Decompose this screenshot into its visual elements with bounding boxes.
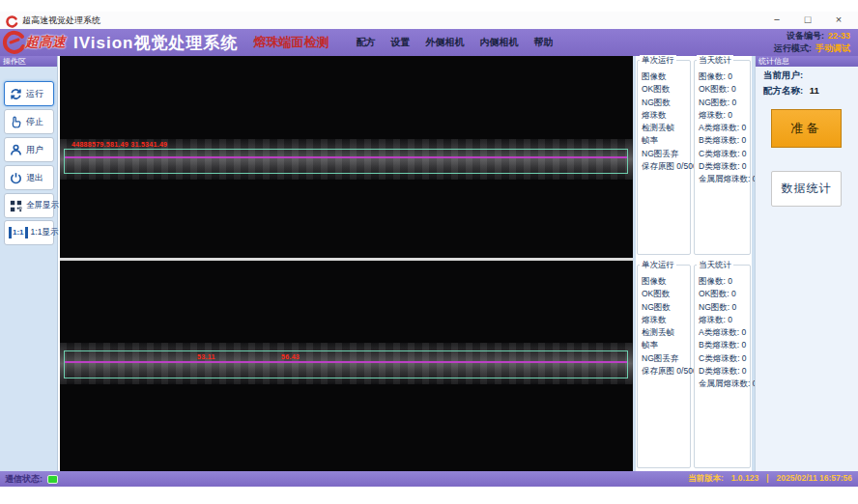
maximize-button[interactable]: □ [794, 13, 821, 28]
one-to-one-button-label: 1:1显示 [31, 227, 59, 238]
stat-row: 金属屑熔珠数: 0 [699, 378, 748, 390]
run-button[interactable]: 运行 [4, 81, 54, 106]
close-button[interactable]: × [825, 13, 852, 28]
sidebar: 操作区 运行 停止 用户 退出 [0, 56, 58, 471]
stat-row: NG图数: 0 [699, 301, 748, 314]
stat-row: 检测丢帧 [642, 122, 688, 134]
detection-roi-top [64, 149, 628, 174]
sidebar-caption: 操作区 [0, 56, 57, 67]
run-mode-label: 运行模式: [774, 42, 812, 55]
stat-row: OK图数 [642, 83, 688, 96]
run-mode-value: 手动调试 [815, 42, 850, 55]
stat-row: C类熔珠数: 0 [699, 352, 748, 365]
one-to-one-button[interactable]: 1:1 1:1显示 [4, 220, 54, 245]
device-number-label: 设备编号: [786, 30, 824, 42]
brand-logo-text: 超高速 [25, 34, 66, 51]
stats-panel-top: 单次运行 图像数 OK图数 NG图数 熔珠数 检测丢帧 帧率 NG图丢弃 保存原… [636, 56, 752, 258]
seam-trace-line-top [65, 156, 627, 158]
stat-row: D类熔珠数: 0 [699, 365, 748, 378]
data-statistics-button[interactable]: 数据统计 [771, 171, 842, 207]
stat-row: 熔珠数 [642, 109, 688, 122]
fullscreen-button[interactable]: 全屏显示 [4, 193, 54, 218]
stat-row: 保存原图 0/500 [642, 365, 688, 378]
menu-bar: 配方 设置 外侧相机 内侧相机 帮助 [356, 36, 553, 49]
stat-row: 熔珠数: 0 [699, 109, 748, 122]
stat-row: B类熔珠数: 0 [699, 134, 748, 147]
window-titlebar: 超高速视觉处理系统 − □ × [0, 12, 858, 29]
menu-item-inner-camera[interactable]: 内侧相机 [479, 36, 518, 49]
exit-button-label: 退出 [26, 172, 43, 184]
menu-item-recipe[interactable]: 配方 [356, 36, 375, 49]
window-title: 超高速视觉处理系统 [22, 14, 100, 27]
menu-item-settings[interactable]: 设置 [390, 36, 410, 49]
today-stats-title: 当天统计 [697, 260, 733, 271]
version-label: 当前版本: [688, 473, 724, 485]
stat-row: NG图数 [642, 301, 688, 314]
current-user-row: 当前用户: [756, 67, 858, 82]
info-panel-caption: 统计信息 [756, 56, 858, 67]
stat-row: 熔珠数: 0 [699, 314, 748, 326]
app-header: 超高速 IVision视觉处理系统 熔珠端面检测 配方 设置 外侧相机 内侧相机… [0, 29, 858, 56]
comm-status-label: 通信状态: [5, 473, 43, 486]
stop-button-label: 停止 [26, 116, 43, 128]
minimize-button[interactable]: − [763, 13, 790, 28]
stats-panel-bottom: 单次运行 图像数 OK图数 NG图数 熔珠数 检测丢帧 帧率 NG图丢弃 保存原… [636, 261, 752, 471]
datetime-value: 2025/02/11 16:57:56 [777, 473, 852, 485]
exit-button[interactable]: 退出 [4, 165, 54, 190]
loop-arrows-icon [9, 87, 23, 101]
stop-button[interactable]: 停止 [4, 109, 54, 134]
info-panel: 统计信息 当前用户: 配方名称: 11 准备 数据统计 [755, 56, 858, 471]
stat-row: NG图数: 0 [699, 97, 748, 109]
comm-status-led [47, 475, 58, 484]
hand-icon [9, 115, 23, 129]
single-run-title: 单次运行 [640, 55, 676, 67]
prepare-button[interactable]: 准备 [771, 109, 842, 148]
recipe-name-label: 配方名称: [763, 85, 803, 96]
stat-row: B类熔珠数: 0 [699, 339, 748, 351]
stat-row: 图像数: 0 [699, 275, 748, 288]
app-icon [6, 14, 18, 27]
today-stats-group: 当天统计 图像数: 0 OK图数: 0 NG图数: 0 熔珠数: 0 A类熔珠数… [694, 60, 751, 255]
recipe-name-value: 11 [810, 85, 819, 96]
status-bar: 通信状态: 当前版本: 1.0.123 | 2025/02/11 16:57:5… [0, 471, 858, 487]
desktop: 超高速视觉处理系统 − □ × 超高速 IVision视觉处理系统 熔珠端面检测… [0, 0, 858, 504]
stat-row: 图像数: 0 [699, 70, 748, 83]
app-subtitle: 熔珠端面检测 [253, 34, 329, 51]
stat-row: 图像数 [642, 70, 688, 83]
single-run-title: 单次运行 [640, 260, 676, 271]
today-stats-title: 当天统计 [697, 55, 733, 67]
stat-row: 熔珠数 [642, 314, 688, 326]
menu-item-help[interactable]: 帮助 [533, 36, 553, 49]
camera-view-bottom[interactable]: 53.11 56.43 [60, 261, 633, 471]
device-number-value: 22-33 [828, 30, 850, 42]
camera-view-top[interactable]: 44888579.581.49 31.5341.49 [60, 56, 633, 258]
single-run-group: 单次运行 图像数 OK图数 NG图数 熔珠数 检测丢帧 帧率 NG图丢弃 保存原… [637, 265, 691, 468]
stat-row: OK图数 [642, 288, 688, 300]
today-stats-group: 当天统计 图像数: 0 OK图数: 0 NG图数: 0 熔珠数: 0 A类熔珠数… [694, 265, 751, 468]
stat-row: NG图丢弃 [642, 148, 688, 160]
stat-row: OK图数: 0 [699, 83, 748, 96]
stat-row: C类熔珠数: 0 [699, 148, 748, 160]
fullscreen-button-label: 全屏显示 [26, 200, 59, 211]
stat-row: 帧率 [642, 339, 688, 351]
window-controls: − □ × [763, 13, 852, 28]
one-to-one-icon: 1:1 [9, 227, 28, 238]
stat-row: OK图数: 0 [699, 288, 748, 300]
seam-trace-line-bottom [65, 361, 627, 363]
single-run-group: 单次运行 图像数 OK图数 NG图数 熔珠数 检测丢帧 帧率 NG图丢弃 保存原… [637, 60, 691, 255]
recipe-name-row: 配方名称: 11 [756, 82, 858, 98]
version-datetime: 当前版本: 1.0.123 | 2025/02/11 16:57:56 [688, 473, 852, 485]
grid-qr-icon [9, 199, 23, 213]
menu-item-outer-camera[interactable]: 外侧相机 [425, 36, 464, 49]
stat-row: NG图数 [642, 97, 688, 109]
user-button[interactable]: 用户 [4, 137, 54, 162]
current-user-label: 当前用户: [763, 70, 803, 80]
stat-row: 金属屑熔珠数: 0 [699, 173, 748, 185]
app-title: IVision视觉处理系统 [73, 32, 238, 54]
measurement-annotation-left: 53.11 [197, 353, 215, 360]
stat-row: D类熔珠数: 0 [699, 160, 748, 173]
stat-row: A类熔珠数: 0 [699, 326, 748, 339]
stat-row: 图像数 [642, 275, 688, 288]
stat-row: 帧率 [642, 134, 688, 147]
version-value: 1.0.123 [731, 473, 758, 485]
